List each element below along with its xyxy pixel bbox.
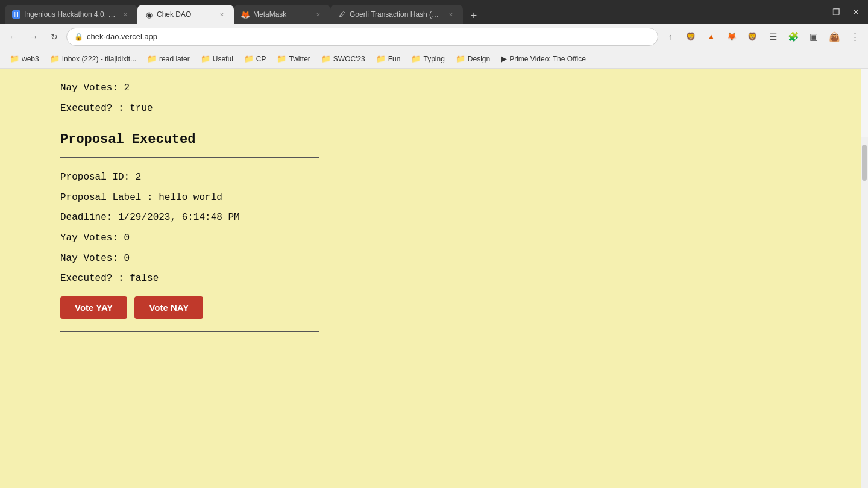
metamask-toolbar-icon[interactable]: 🦊	[723, 28, 740, 45]
tab-chekdao-favicon: ◉	[145, 10, 153, 19]
puzzle-icon[interactable]: 🧩	[785, 28, 802, 45]
minimize-button[interactable]: —	[808, 6, 824, 18]
bookmark-web3[interactable]: 📁 web3	[5, 52, 44, 65]
tab-goerli-close[interactable]: ×	[446, 10, 456, 19]
divider-2	[60, 331, 319, 332]
bookmark-fun[interactable]: 📁 Fun	[371, 52, 406, 65]
bookmark-inbox[interactable]: 📁 Inbox (222) - tilajidixit...	[45, 52, 141, 65]
url-bar[interactable]: 🔒 chek-dao.vercel.app	[66, 28, 658, 46]
tab-bar: H Ingenious Hackathon 4.0: Dashboar... ×…	[5, 0, 804, 24]
tab-goerli[interactable]: 🖊 Goerli Transaction Hash (Txhash) De...…	[330, 5, 463, 24]
bookmark-typing[interactable]: 📁 Typing	[406, 52, 449, 65]
close-button[interactable]: ✕	[849, 6, 863, 18]
lock-icon: 🔒	[74, 33, 83, 41]
proposal-label-2: Proposal Label : hello world	[60, 190, 800, 206]
bookmarks-bar: 📁 web3 📁 Inbox (222) - tilajidixit... 📁 …	[0, 49, 868, 69]
bookmark-cp[interactable]: 📁 CP	[239, 52, 271, 65]
nay-votes-2: Nay Votes: 0	[60, 251, 800, 267]
toolbar-icons: ↑ 🦁 ▲ 🦊 🦁 ☰ 🧩 ▣ 👜 ⋮	[662, 28, 863, 45]
back-button[interactable]: ←	[5, 28, 22, 45]
tab-hackathon[interactable]: H Ingenious Hackathon 4.0: Dashboar... ×	[5, 5, 137, 24]
new-tab-button[interactable]: +	[465, 7, 482, 24]
yay-votes-2: Yay Votes: 0	[60, 231, 800, 246]
bookmark-design[interactable]: 📁 Design	[451, 52, 495, 65]
vote-nay-button[interactable]: Vote NAY	[134, 296, 203, 319]
title-bar: H Ingenious Hackathon 4.0: Dashboar... ×…	[0, 0, 868, 24]
menu-icon[interactable]: ⋮	[846, 28, 863, 45]
tab-metamask[interactable]: 🦊 MetaMask ×	[234, 5, 330, 24]
tab-chekdao-title: Chek DAO	[157, 10, 213, 19]
bookmark-useful[interactable]: 📁 Useful	[196, 52, 238, 65]
proposal-id-2: Proposal ID: 2	[60, 170, 800, 186]
tab-hackathon-title: Ingenious Hackathon 4.0: Dashboar...	[24, 10, 117, 19]
page-content: Nay Votes: 2 Executed? : true Proposal E…	[0, 69, 861, 488]
proposal-executed-heading: Proposal Executed	[60, 132, 800, 147]
vote-yay-button[interactable]: Vote YAY	[60, 296, 127, 319]
tab-chekdao[interactable]: ◉ Chek DAO ×	[137, 5, 234, 24]
tab-metamask-close[interactable]: ×	[313, 10, 323, 19]
maximize-button[interactable]: ❒	[829, 6, 844, 18]
tab-metamask-title: MetaMask	[253, 10, 310, 19]
tab-hackathon-favicon: H	[12, 10, 20, 19]
scrollbar[interactable]	[861, 137, 868, 488]
tab-goerli-favicon: 🖊	[338, 10, 346, 19]
bookmark-twitter[interactable]: 📁 Twitter	[272, 52, 315, 65]
forward-button[interactable]: →	[25, 28, 42, 45]
bookmark-prime[interactable]: ▶ Prime Video: The Office	[496, 52, 591, 65]
browser-chrome: H Ingenious Hackathon 4.0: Dashboar... ×…	[0, 0, 868, 69]
address-bar: ← → ↻ 🔒 chek-dao.vercel.app ↑ 🦁 ▲ 🦊 🦁 ☰ …	[0, 24, 868, 49]
nay-votes-1: Nay Votes: 2	[60, 81, 800, 96]
window-controls: — ❒ ✕	[808, 6, 863, 18]
bookmark-read-later[interactable]: 📁 read later	[142, 52, 195, 65]
shield-icon[interactable]: ▲	[703, 28, 720, 45]
url-text: chek-dao.vercel.app	[87, 32, 650, 41]
deadline-2: Deadline: 1/29/2023, 6:14:48 PM	[60, 210, 800, 226]
brave-icon[interactable]: 🦁	[682, 28, 699, 45]
tab-metamask-favicon: 🦊	[241, 10, 250, 19]
share-icon[interactable]: ↑	[662, 28, 679, 45]
tab-hackathon-close[interactable]: ×	[121, 10, 130, 19]
reload-button[interactable]: ↻	[46, 28, 63, 45]
divider-1	[60, 157, 319, 158]
tab-chekdao-close[interactable]: ×	[217, 10, 227, 19]
wallet-icon[interactable]: 👜	[826, 28, 843, 45]
bookmark-swoc[interactable]: 📁 SWOC'23	[316, 52, 370, 65]
sidebar-icon[interactable]: ▣	[805, 28, 822, 45]
bookmark-list-icon[interactable]: ☰	[764, 28, 781, 45]
executed-2: Executed? : false	[60, 271, 800, 287]
executed-1: Executed? : true	[60, 101, 800, 117]
vote-buttons: Vote YAY Vote NAY	[60, 296, 800, 319]
brave2-icon[interactable]: 🦁	[744, 28, 761, 45]
tab-goerli-title: Goerli Transaction Hash (Txhash) De...	[350, 10, 442, 19]
scrollbar-thumb[interactable]	[862, 145, 867, 181]
